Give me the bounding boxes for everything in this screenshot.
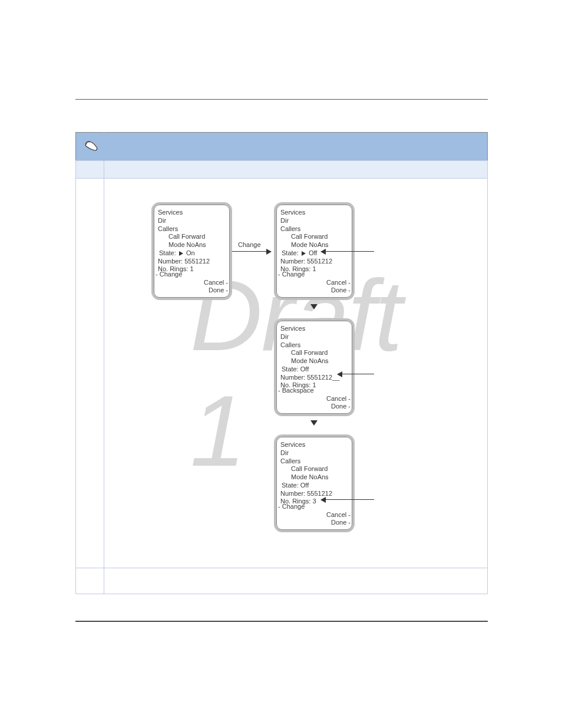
body-right-cell: Draft 1 Services Dir Callers Call Forwar…: [104, 179, 488, 568]
procedure-table: Draft 1 Services Dir Callers Call Forwar…: [75, 132, 488, 594]
panel-text: Mode NoAns: [280, 473, 348, 482]
header-rule: [75, 99, 488, 100]
panel-text: Callers: [158, 225, 226, 233]
panel-state-line: State: Off: [280, 249, 348, 258]
softkey-left: - Change: [278, 271, 351, 279]
step-num-cell: [76, 161, 104, 179]
panel-text: Number: 5551212: [158, 258, 226, 266]
panel-text: Callers: [280, 457, 348, 466]
softkey-right: Cancel -: [278, 511, 351, 519]
panel-text: Call Forward: [158, 233, 226, 241]
softkey-right: Cancel -: [278, 395, 351, 403]
panel-text: Call Forward: [280, 465, 348, 473]
state-label: State:: [159, 249, 176, 256]
foot-right-cell: [104, 568, 488, 594]
chevron-down-icon: [310, 304, 318, 309]
panel-number-edit: Services Dir Callers Call Forward Mode N…: [274, 318, 355, 416]
arrow-right-icon: [232, 251, 271, 252]
title-cell: [104, 133, 488, 161]
panel-text: Services: [280, 441, 348, 449]
panel-text: Number: 5551212: [280, 490, 348, 498]
play-icon: [302, 251, 306, 256]
chevron-down-icon: [310, 420, 318, 426]
panel-text: Dir: [280, 449, 348, 457]
softkey-right: Done -: [278, 519, 351, 527]
play-icon: [179, 251, 183, 256]
softkey-right: Done -: [278, 403, 351, 411]
softkey-left: - Change: [278, 503, 351, 511]
panel-rings-3: Services Dir Callers Call Forward Mode N…: [274, 434, 355, 532]
panel-text: Number: 5551212: [280, 258, 348, 266]
panel-state-on: Services Dir Callers Call Forward Mode N…: [151, 202, 232, 300]
softkey-left: - Backspace: [278, 387, 351, 395]
panel-text: Services: [158, 209, 226, 217]
arrow-left-icon: [321, 499, 374, 500]
panel-text: Mode NoAns: [280, 241, 348, 249]
flow-diagram: Services Dir Callers Call Forward Mode N…: [116, 202, 475, 544]
step-title-cell: [104, 161, 488, 179]
panel-text: State: Off: [280, 482, 348, 490]
softkey-right: Cancel -: [278, 279, 351, 287]
panel-text: Services: [280, 209, 348, 217]
arrow-label: Change: [238, 241, 261, 248]
panel-text: Mode NoAns: [280, 357, 348, 365]
phone-icon-cell: [76, 133, 104, 161]
page-footer: [75, 621, 488, 622]
panel-text: Callers: [280, 341, 348, 350]
panel-text: Callers: [280, 225, 348, 233]
state-value: Off: [309, 249, 317, 256]
softkey-right: Cancel -: [156, 279, 228, 287]
footer-rule: [75, 621, 488, 622]
panel-text: Mode NoAns: [158, 241, 226, 249]
state-value: On: [186, 249, 195, 256]
body-left-cell: [76, 179, 104, 568]
panel-text: Call Forward: [280, 349, 348, 357]
panel-text: Dir: [280, 217, 348, 225]
phone-icon: [84, 139, 99, 152]
state-label: State:: [282, 249, 299, 256]
arrow-left-icon: [321, 251, 374, 252]
softkey-right: Done -: [278, 286, 351, 295]
softkey-right: Done -: [156, 286, 228, 295]
foot-left-cell: [76, 568, 104, 594]
panel-text: Call Forward: [280, 233, 348, 241]
panel-text: Dir: [280, 333, 348, 341]
panel-text: Services: [280, 325, 348, 333]
panel-state-line: State: On: [158, 249, 226, 258]
arrow-left-icon: [338, 374, 374, 374]
panel-text: Dir: [158, 217, 226, 225]
softkey-left: - Change: [156, 271, 228, 279]
